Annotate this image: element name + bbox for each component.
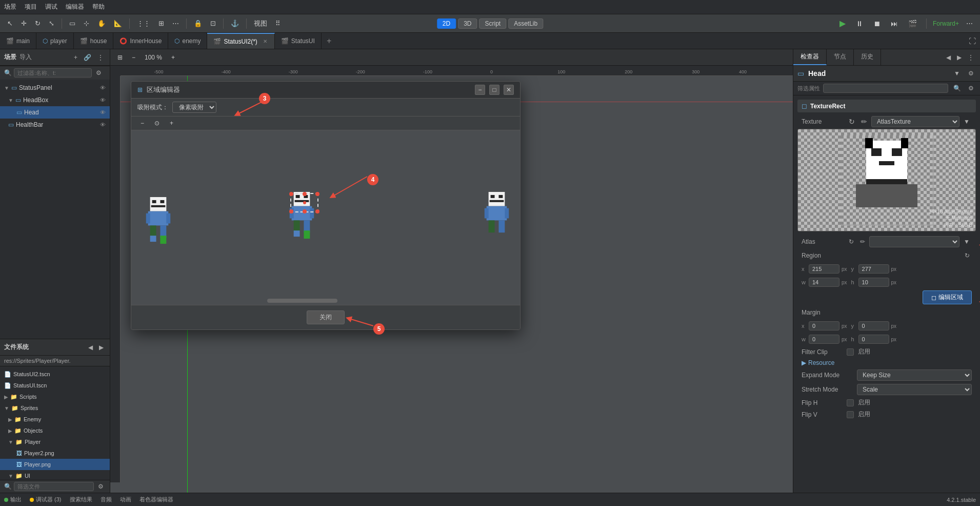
forward-btn[interactable]: Forward+ [933,20,959,27]
inspector-node-settings-btn[interactable]: ⚙ [966,69,976,78]
tree-eye-headbox[interactable]: 👁 [100,97,106,103]
edit-region-btn[interactable]: ◻ 编辑区域 [923,290,972,304]
dialog-canvas[interactable]: 4 [131,130,520,305]
toolbar-lock-btn[interactable]: 🔒 [191,18,205,28]
region-reset-btn[interactable]: ↻ [963,251,972,260]
fs-item-ui[interactable]: ▼ 📁 UI [0,470,110,480]
scene-filter-options[interactable]: ⚙ [94,68,104,77]
rp-tab-history[interactable]: 历史 [854,49,881,65]
tab-house[interactable]: 🎬 house [74,33,114,49]
atlas-edit-btn[interactable]: ✏ [858,237,867,246]
tab-statusui2-close[interactable]: ✕ [262,38,268,44]
menu-scene[interactable]: 场景 [4,3,16,11]
tree-eye-healthbar[interactable]: 👁 [100,122,106,128]
fs-item-enemy[interactable]: ▶ 📁 Enemy [0,414,110,425]
tab-innerhouse[interactable]: ⭕ InnerHouse [113,33,168,49]
scene-import-btn[interactable]: 导入 [19,53,32,62]
fs-item-sprites[interactable]: ▼ 📁 Sprites [0,402,110,414]
section-texturerect[interactable]: ◻ TextureRect [797,100,976,112]
mode-assetlib-btn[interactable]: AssetLib [508,18,543,29]
toolbar-anchor-btn[interactable]: ⚓ [228,18,242,28]
fs-item-objects[interactable]: ▶ 📁 Objects [0,425,110,436]
dialog-minimize-btn[interactable]: − [475,85,485,95]
region-y-input[interactable] [858,264,889,274]
tree-eye-statuspanel[interactable]: 👁 [100,85,106,91]
margin-w-input[interactable] [809,335,839,344]
resource-section[interactable]: ▶ Resource [797,358,976,368]
tab-add-btn[interactable]: + [322,33,336,49]
rp-prev-btn[interactable]: ◀ [944,53,953,62]
fs-filter-options-btn[interactable]: ⚙ [96,482,106,491]
rp-tab-inspector[interactable]: 检查器 [793,49,827,65]
stop-btn[interactable]: ⏹ [870,18,884,29]
scene-link-btn[interactable]: 🔗 [82,53,93,62]
mode-2d-btn[interactable]: 2D [437,18,456,29]
menu-project[interactable]: 项目 [25,3,37,11]
status-shader[interactable]: 着色器编辑器 [139,496,173,503]
texture-dropdown-arrow[interactable]: ▼ [962,117,972,126]
toolbar-rotate-btn[interactable]: ↻ [32,18,44,28]
toolbar-pan-btn[interactable]: ✋ [94,18,109,28]
toolbar-rect-btn[interactable]: ▭ [66,18,78,28]
dialog-zoom-plus[interactable]: + [167,119,176,128]
toolbar-scale-btn[interactable]: ⤡ [46,18,57,28]
toolbar-group-btn[interactable]: ⊡ [207,18,219,28]
region-w-input[interactable] [809,278,839,287]
tree-item-statuspanel[interactable]: ▼ ▭ StatusPanel 👁 [0,82,110,94]
status-audio[interactable]: 音频 [101,496,112,503]
viewport-zoom-plus[interactable]: + [168,53,178,62]
tree-eye-head[interactable]: 👁 [100,109,106,115]
fs-item-statusui[interactable]: 📄 StatusUI.tscn [0,380,110,391]
scene-filter-input[interactable] [14,68,92,77]
inspector-filter-search[interactable]: 🔍 [951,84,963,93]
canvas-area[interactable]: 🔒 ⊞ 区域编辑器 − □ ✕ [121,76,793,493]
toolbar-more-btn[interactable]: ⋯ [169,18,182,28]
status-animation[interactable]: 动画 [120,496,131,503]
viewport-camera-icon[interactable]: ⊞ [114,53,126,62]
toolbar-view-btn[interactable]: 视图 [251,18,270,29]
toolbar-move-btn[interactable]: ✛ [18,18,30,28]
texture-type-select[interactable]: AtlasTexture [871,116,959,127]
tree-item-healthbar[interactable]: ▭ HealthBar 👁 [0,119,110,131]
movie-btn[interactable]: 🎬 [905,18,920,29]
flip-v-checkbox[interactable] [847,411,854,418]
menu-help[interactable]: 帮助 [92,3,105,11]
flip-h-checkbox[interactable] [847,399,854,406]
margin-h-input[interactable] [858,335,889,344]
fs-filter-input[interactable] [14,482,94,491]
dialog-maximize-btn[interactable]: □ [489,85,499,95]
viewport-canvas[interactable]: -500 -400 -300 -200 -100 0 100 200 300 4… [110,66,793,493]
status-debugger[interactable]: 调试器 (3) [30,496,62,503]
filter-clip-checkbox[interactable] [847,348,854,356]
inspector-node-expand-btn[interactable]: ▼ [952,69,962,78]
viewport-zoom-minus[interactable]: − [129,53,138,62]
step-btn[interactable]: ⏭ [888,18,901,29]
texture-reload-btn[interactable]: ↻ [847,116,857,127]
fullscreen-btn[interactable]: ⛶ [969,37,976,45]
scene-more-btn[interactable]: ⋮ [95,53,106,62]
toolbar-grid-btn[interactable]: ⋮⋮ [134,18,153,28]
inspector-filter-more[interactable]: ⚙ [966,84,976,93]
dialog-zoom-reset[interactable]: ⊙ [151,119,163,128]
fs-item-scripts[interactable]: ▶ 📁 Scripts [0,391,110,402]
fs-prev-btn[interactable]: ◀ [86,343,95,352]
region-x-input[interactable] [809,264,839,274]
expand-mode-select[interactable]: Keep Size [857,369,972,381]
tab-statusui[interactable]: 🎬 StatusUI [275,33,322,49]
status-search[interactable]: 搜索结果 [70,496,92,503]
pause-btn[interactable]: ⏸ [853,18,866,29]
dialog-snap-select[interactable]: 像素吸附 [172,102,216,113]
toolbar-dots-btn[interactable]: ⠿ [272,18,284,28]
fs-item-playerpng[interactable]: 🖼 Player.png [0,459,110,470]
dialog-scrollbar-h[interactable] [267,299,337,303]
atlas-reload-btn[interactable]: ↻ [847,237,856,246]
margin-x-input[interactable] [809,321,839,330]
toolbar-bone-btn[interactable]: ⊹ [81,18,92,28]
fs-item-player2[interactable]: 🖼 Player2.png [0,447,110,459]
rp-tab-node[interactable]: 节点 [827,49,854,65]
margin-y-input[interactable] [858,321,889,330]
fs-item-statusui2[interactable]: 📄 StatusUI2.tscn [0,368,110,380]
inspector-filter-input[interactable] [823,84,948,93]
toolbar-select-btn[interactable]: ↖ [4,18,16,28]
tab-statusui2[interactable]: 🎬 StatusUI2(*) ✕ [207,33,274,49]
